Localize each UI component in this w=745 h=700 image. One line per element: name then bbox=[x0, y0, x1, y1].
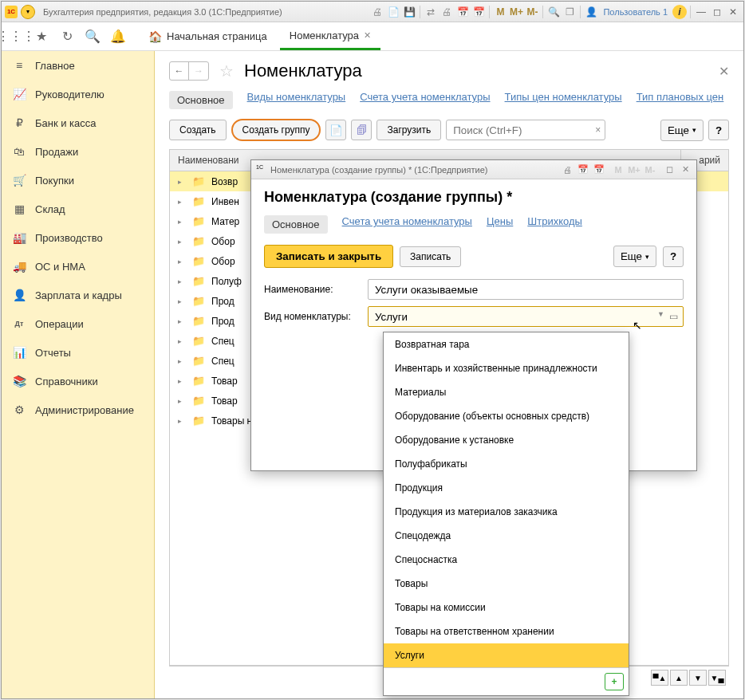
open-list-button[interactable]: ▭ bbox=[666, 309, 680, 324]
calc-mminus-icon[interactable]: M- bbox=[525, 5, 539, 19]
compare-icon[interactable]: ⇄ bbox=[424, 5, 438, 19]
minimize-button[interactable]: — bbox=[694, 6, 708, 18]
expand-icon[interactable]: ▸ bbox=[178, 297, 186, 305]
dialog-close-button[interactable]: ✕ bbox=[679, 163, 692, 176]
dropdown-item[interactable]: Материалы bbox=[384, 380, 629, 404]
dialog-tab-barcodes[interactable]: Штрихкоды bbox=[527, 215, 582, 234]
tab-close-icon[interactable]: ✕ bbox=[364, 30, 371, 41]
search-icon[interactable]: 🔍 bbox=[85, 29, 101, 45]
create-button[interactable]: Создать bbox=[169, 120, 227, 140]
calc-m-icon[interactable]: M bbox=[612, 163, 625, 176]
expand-icon[interactable]: ▸ bbox=[178, 397, 186, 405]
type-select[interactable] bbox=[368, 306, 684, 327]
dropdown-item[interactable]: Услуги bbox=[384, 643, 629, 667]
expand-icon[interactable]: ▸ bbox=[178, 277, 186, 285]
expand-icon[interactable]: ▸ bbox=[178, 198, 186, 206]
dropdown-item[interactable]: Инвентарь и хозяйственные принадлежности bbox=[384, 356, 629, 380]
favorite-icon[interactable]: ★ bbox=[34, 29, 49, 45]
sidebar-item-purchases[interactable]: 🛒Покупки bbox=[2, 166, 154, 195]
tab-home[interactable]: 🏠 Начальная страница bbox=[139, 23, 277, 50]
close-page-button[interactable]: ✕ bbox=[719, 64, 729, 79]
more-button[interactable]: Еще▾ bbox=[660, 120, 704, 141]
expand-icon[interactable]: ▸ bbox=[178, 178, 186, 186]
dialog-tab-prices[interactable]: Цены bbox=[487, 215, 513, 234]
sidebar-item-sales[interactable]: 🛍Продажи bbox=[2, 137, 154, 166]
expand-icon[interactable]: ▸ bbox=[178, 377, 186, 385]
search-input[interactable] bbox=[446, 120, 605, 140]
create-copy-button[interactable]: 📄 bbox=[325, 120, 346, 140]
save-icon[interactable]: 💾 bbox=[402, 5, 416, 19]
sidebar-item-assets[interactable]: 🚚ОС и НМА bbox=[2, 252, 154, 281]
print-icon[interactable]: 🖨 bbox=[561, 163, 574, 176]
sidebar-item-main[interactable]: ≡Главное bbox=[2, 51, 154, 80]
calendar2-icon[interactable]: 📅 bbox=[593, 163, 605, 176]
sidebar-item-admin[interactable]: ⚙Администрирование bbox=[2, 395, 154, 424]
user-name[interactable]: Пользователь 1 bbox=[600, 7, 671, 17]
dropdown-item[interactable]: Полуфабрикаты bbox=[384, 452, 629, 476]
dropdown-item[interactable]: Спецодежда bbox=[384, 524, 629, 548]
print-icon[interactable]: 📄 bbox=[386, 5, 400, 19]
name-input[interactable] bbox=[368, 279, 684, 300]
dropdown-item[interactable]: Продукция bbox=[384, 476, 629, 500]
expand-icon[interactable]: ▸ bbox=[178, 337, 186, 345]
windows-icon[interactable]: ❐ bbox=[562, 5, 577, 19]
clear-search-icon[interactable]: × bbox=[595, 124, 601, 136]
dialog-more-button[interactable]: Еще▾ bbox=[613, 246, 656, 267]
apps-icon[interactable]: ⋮⋮⋮ bbox=[8, 29, 24, 45]
grid-down-button[interactable]: ▼ bbox=[689, 670, 707, 686]
dialog-help-button[interactable]: ? bbox=[663, 246, 684, 267]
dialog-tab-main[interactable]: Основное bbox=[264, 215, 328, 234]
dialog-restore-button[interactable]: ◻ bbox=[663, 163, 676, 176]
maximize-button[interactable]: ◻ bbox=[710, 6, 724, 18]
dropdown-item[interactable]: Спецоснастка bbox=[384, 548, 629, 572]
save-button[interactable]: Записать bbox=[400, 246, 461, 267]
subtab-types[interactable]: Виды номенклатуры bbox=[247, 91, 346, 109]
nav-forward-button[interactable]: → bbox=[189, 62, 208, 80]
calc-mplus-icon[interactable]: M+ bbox=[628, 163, 641, 176]
sidebar-item-production[interactable]: 🏭Производство bbox=[2, 223, 154, 252]
expand-icon[interactable]: ▸ bbox=[178, 258, 186, 265]
subtab-main[interactable]: Основное bbox=[169, 91, 233, 109]
dropdown-item[interactable]: Продукция из материалов заказчика bbox=[384, 500, 629, 524]
main-menu-dropdown[interactable]: ▾ bbox=[21, 5, 35, 19]
grid-top-button[interactable]: ▀▲ bbox=[651, 670, 668, 686]
sidebar-item-bank[interactable]: ₽Банк и касса bbox=[2, 108, 154, 137]
help-button[interactable]: ? bbox=[708, 120, 729, 140]
sidebar-item-manager[interactable]: 📈Руководителю bbox=[2, 80, 154, 108]
dialog-titlebar[interactable]: 1C Номенклатура (создание группы) * (1С:… bbox=[251, 160, 696, 179]
dropdown-item[interactable]: Товары на ответственном хранении bbox=[384, 619, 629, 643]
dialog-tab-accounts[interactable]: Счета учета номенклатуры bbox=[342, 215, 472, 234]
sidebar-item-hr[interactable]: 👤Зарплата и кадры bbox=[2, 281, 154, 309]
expand-icon[interactable]: ▸ bbox=[178, 218, 186, 226]
calendar-icon[interactable]: 📅 bbox=[455, 5, 470, 19]
calc-mplus-icon[interactable]: M+ bbox=[509, 5, 523, 19]
tab-nomenclature[interactable]: Номенклатура ✕ bbox=[280, 23, 380, 50]
load-button[interactable]: Загрузить bbox=[376, 120, 441, 140]
expand-icon[interactable]: ▸ bbox=[178, 357, 186, 365]
sidebar-item-warehouse[interactable]: ▦Склад bbox=[2, 195, 154, 223]
grid-up-button[interactable]: ▲ bbox=[670, 670, 688, 686]
dropdown-item[interactable]: Товары bbox=[384, 572, 629, 596]
history-icon[interactable]: ↻ bbox=[59, 29, 75, 45]
expand-icon[interactable]: ▸ bbox=[178, 238, 186, 246]
add-item-button[interactable]: + bbox=[605, 673, 624, 690]
print2-icon[interactable]: 🖨 bbox=[440, 5, 454, 19]
dropdown-item[interactable]: Оборудование к установке bbox=[384, 428, 629, 452]
nav-back-button[interactable]: ← bbox=[170, 62, 189, 80]
expand-icon[interactable]: ▸ bbox=[178, 317, 186, 325]
calendar2-icon[interactable]: 📅 bbox=[471, 5, 486, 19]
calc-m-icon[interactable]: M bbox=[493, 5, 507, 19]
calendar-icon[interactable]: 📅 bbox=[577, 163, 589, 176]
print-preview-icon[interactable]: 🖨 bbox=[370, 5, 384, 19]
close-button[interactable]: ✕ bbox=[726, 6, 740, 18]
dropdown-item[interactable]: Товары на комиссии bbox=[384, 596, 629, 619]
dropdown-arrow-icon[interactable]: ▼ bbox=[657, 310, 664, 318]
zoom-icon[interactable]: 🔍 bbox=[546, 5, 561, 19]
dropdown-item[interactable]: Возвратная тара bbox=[384, 332, 629, 356]
create-group-button[interactable]: Создать группу bbox=[231, 119, 321, 141]
dropdown-item[interactable]: Оборудование (объекты основных средств) bbox=[384, 404, 629, 428]
expand-icon[interactable]: ▸ bbox=[178, 417, 186, 425]
calc-mminus-icon[interactable]: M- bbox=[644, 163, 656, 176]
sidebar-item-directories[interactable]: 📚Справочники bbox=[2, 367, 154, 395]
subtab-pricetypes[interactable]: Типы цен номенклатуры bbox=[505, 91, 622, 109]
